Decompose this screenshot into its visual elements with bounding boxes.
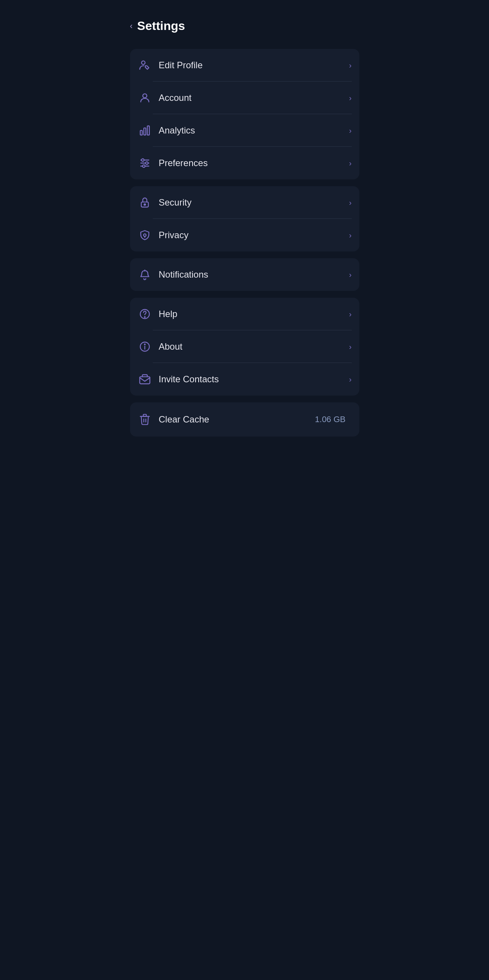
sliders-icon [138, 156, 152, 170]
clear-cache-item[interactable]: Clear Cache 1.06 GB [130, 402, 359, 436]
chevron-right-icon: › [349, 310, 352, 318]
person-edit-icon [138, 58, 152, 72]
help-circle-icon [138, 307, 152, 321]
chevron-right-icon: › [349, 126, 352, 135]
svg-rect-2 [140, 130, 142, 135]
help-item[interactable]: Help › [130, 298, 359, 330]
account-label: Account [159, 92, 346, 103]
svg-point-17 [144, 317, 145, 317]
privacy-item[interactable]: Privacy › [130, 219, 359, 251]
envelope-person-icon [138, 372, 152, 387]
back-button[interactable]: ‹ [130, 21, 133, 31]
svg-rect-3 [144, 128, 146, 135]
svg-rect-22 [143, 415, 146, 417]
account-item[interactable]: Account › [130, 81, 359, 114]
svg-point-10 [143, 165, 145, 168]
chevron-right-icon: › [349, 270, 352, 279]
security-label: Security [159, 197, 346, 208]
edit-profile-item[interactable]: Edit Profile › [130, 49, 359, 81]
analytics-label: Analytics [159, 125, 346, 136]
about-item[interactable]: About › [130, 330, 359, 363]
svg-point-20 [144, 344, 145, 345]
security-item[interactable]: Security › [130, 186, 359, 219]
svg-point-1 [143, 94, 147, 98]
edit-profile-label: Edit Profile [159, 60, 346, 70]
preferences-label: Preferences [159, 158, 346, 169]
analytics-item[interactable]: Analytics › [130, 114, 359, 147]
svg-point-9 [146, 162, 148, 165]
cache-section: Clear Cache 1.06 GB [130, 402, 359, 436]
shield-lock-icon [138, 228, 152, 242]
chevron-right-icon: › [349, 231, 352, 240]
cache-size-value: 1.06 GB [315, 415, 346, 425]
notifications-label: Notifications [159, 269, 346, 280]
clear-cache-label: Clear Cache [159, 414, 315, 425]
person-icon [138, 91, 152, 105]
info-circle-icon [138, 339, 152, 354]
chevron-right-icon: › [349, 375, 352, 384]
profile-section: Edit Profile › Account › Analytics [130, 49, 359, 180]
invite-contacts-item[interactable]: Invite Contacts › [130, 363, 359, 396]
header: ‹ Settings [130, 15, 359, 37]
page-title: Settings [137, 19, 185, 33]
lock-icon [138, 195, 152, 210]
invite-contacts-label: Invite Contacts [159, 374, 346, 385]
privacy-label: Privacy [159, 230, 346, 240]
svg-point-0 [141, 61, 145, 64]
preferences-item[interactable]: Preferences › [130, 147, 359, 180]
svg-rect-21 [140, 377, 150, 384]
notifications-item[interactable]: Notifications › [130, 258, 359, 291]
chevron-right-icon: › [349, 342, 352, 351]
svg-rect-4 [147, 126, 149, 135]
bell-icon [138, 267, 152, 282]
settings-page: ‹ Settings Edit Profile › Accoun [122, 0, 367, 452]
notifications-section: Notifications › [130, 258, 359, 291]
chevron-right-icon: › [349, 159, 352, 168]
chevron-right-icon: › [349, 94, 352, 102]
support-section: Help › About › Invite Co [130, 298, 359, 396]
bar-chart-icon [138, 123, 152, 138]
chevron-right-icon: › [349, 198, 352, 207]
svg-point-8 [141, 159, 144, 162]
trash-icon [138, 412, 152, 427]
security-section: Security › Privacy › [130, 186, 359, 251]
svg-point-12 [144, 204, 146, 205]
help-label: Help [159, 309, 346, 319]
about-label: About [159, 341, 346, 352]
chevron-right-icon: › [349, 61, 352, 70]
